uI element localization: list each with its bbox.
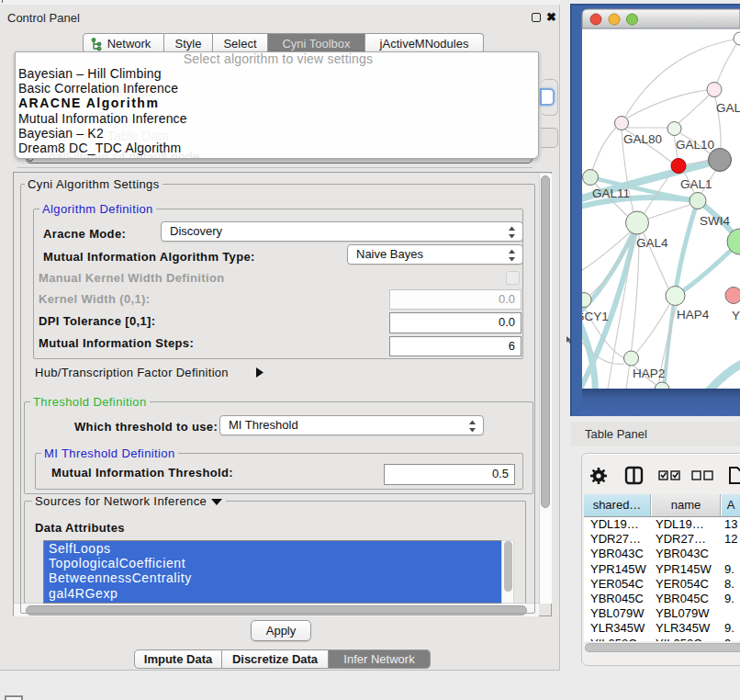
svg-text:GAL80: GAL80: [623, 132, 662, 146]
svg-text:GAL10: GAL10: [676, 138, 714, 152]
svg-text:SWI4: SWI4: [700, 214, 730, 228]
svg-text:HAP2: HAP2: [633, 367, 665, 380]
svg-text:GAL: GAL: [716, 101, 740, 115]
svg-text:Y: Y: [732, 309, 740, 322]
svg-text:GAL1: GAL1: [680, 177, 712, 191]
svg-text:GAL11: GAL11: [592, 186, 630, 200]
svg-text:GAL4: GAL4: [636, 236, 668, 250]
svg-text:HAP4: HAP4: [677, 308, 710, 322]
